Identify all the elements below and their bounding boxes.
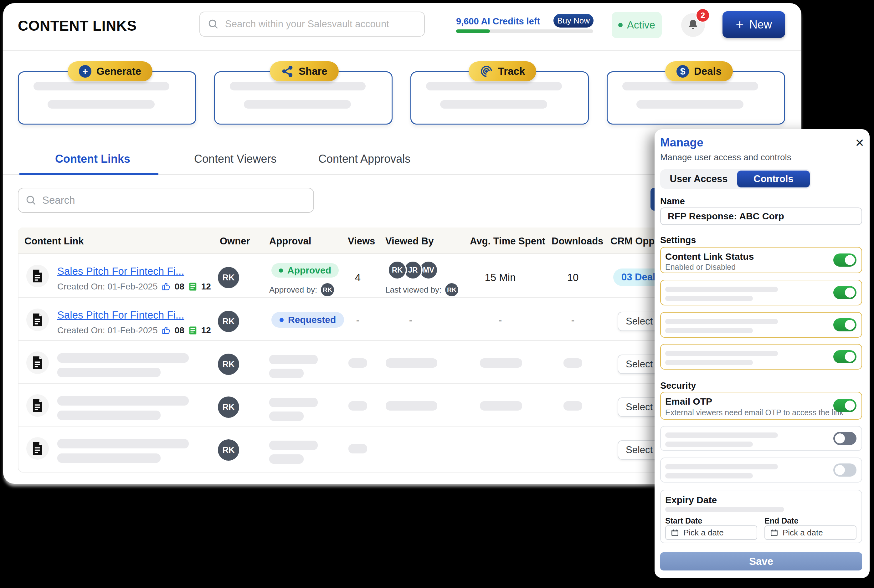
skeleton-bar (665, 351, 778, 356)
new-button[interactable]: + New (722, 11, 785, 38)
plus-icon: + (736, 18, 744, 32)
likes-count: 08 (175, 282, 185, 292)
status-dot-icon (279, 268, 283, 273)
skeleton-bar (269, 454, 303, 464)
approval-status-text: Requested (288, 315, 336, 325)
skeleton-bar (665, 432, 778, 438)
generate-pill-button[interactable]: + Generate (68, 62, 152, 81)
share-label: Share (299, 65, 327, 77)
col-approval: Approval (269, 236, 311, 247)
notification-count-badge: 2 (695, 8, 710, 22)
setting-card (660, 312, 862, 338)
calendar-icon (770, 528, 778, 537)
skeleton-bar (480, 401, 522, 411)
col-owner: Owner (220, 236, 250, 247)
buy-now-button[interactable]: Buy Now (553, 14, 593, 27)
share-pill-button[interactable]: Share (270, 62, 339, 81)
tab-controls[interactable]: Controls (737, 171, 810, 188)
name-input[interactable] (660, 207, 862, 225)
downloads-value: - (563, 315, 582, 326)
setting-toggle[interactable] (833, 350, 856, 363)
created-on: Created On: 01-Feb-2025 (57, 326, 158, 336)
start-date-label: Start Date (665, 516, 702, 525)
approval-status-badge: Approved (272, 263, 339, 278)
manage-panel-subtitle: Manage user access and controls (660, 152, 791, 162)
tab-user-access[interactable]: User Access (660, 169, 737, 189)
expiry-title: Expiry Date (665, 495, 717, 506)
setting-card (660, 280, 862, 305)
active-dot-icon (618, 23, 623, 27)
owner-avatar: RK (218, 311, 239, 332)
approval-status-text: Approved (287, 265, 331, 276)
active-tab-underline (20, 173, 158, 175)
file-icon (26, 437, 49, 460)
skeleton-bar (665, 441, 753, 447)
dollar-circle-icon: $ (676, 65, 689, 78)
skeleton-bar (57, 439, 189, 448)
owner-avatar: RK (218, 267, 239, 288)
tab-content-links[interactable]: Content Links (55, 152, 130, 165)
header-divider (3, 50, 801, 51)
views-value: 4 (348, 272, 367, 284)
content-link-title[interactable]: Sales Pitch For Fintech Fi... (57, 309, 184, 321)
start-date-picker[interactable]: Pick a date (665, 525, 757, 540)
global-search[interactable] (200, 12, 425, 37)
content-link-title[interactable]: Sales Pitch For Fintech Fi... (57, 266, 184, 277)
skeleton-bar (269, 355, 318, 364)
screen: CONTENT LINKS 9,600 AI Credits left Buy … (0, 0, 874, 588)
security-toggle[interactable] (833, 464, 856, 477)
bell-icon (687, 19, 699, 31)
setting-toggle[interactable] (833, 286, 856, 299)
file-icon (26, 309, 49, 331)
skeleton-bar (665, 319, 778, 324)
skeleton-bar (348, 358, 367, 368)
owner-avatar: RK (218, 440, 239, 460)
likes-count: 08 (175, 326, 185, 336)
status-badge: Active (612, 12, 662, 38)
table-search-input[interactable] (42, 194, 306, 207)
setting-card (660, 344, 862, 370)
skeleton-bar (57, 453, 161, 463)
col-content-link: Content Link (24, 236, 84, 247)
global-search-input[interactable] (224, 18, 417, 30)
content-link-meta: Created On: 01-Feb-2025 08 12 (57, 282, 211, 292)
search-icon (207, 18, 219, 30)
calendar-icon (671, 528, 679, 537)
date-placeholder: Pick a date (683, 528, 724, 538)
save-button[interactable]: Save (660, 552, 862, 570)
owner-avatar: RK (218, 396, 239, 418)
security-label: Security (660, 381, 696, 391)
tab-content-approvals[interactable]: Content Approvals (318, 152, 410, 165)
views-value: - (348, 315, 367, 326)
thumbs-up-icon (162, 282, 171, 291)
avg-time-value: - (478, 315, 522, 326)
generate-label: Generate (96, 65, 141, 77)
settings-label: Settings (660, 235, 696, 245)
toggle-email-otp[interactable] (833, 399, 856, 412)
skeleton-bar (665, 296, 753, 301)
setting-desc: Enabled or Disabled (665, 262, 736, 272)
security-toggle[interactable] (833, 432, 856, 445)
col-viewed-by: Viewed By (385, 236, 434, 247)
close-icon[interactable]: ✕ (855, 137, 864, 148)
avg-time-value: 15 Min (478, 272, 522, 284)
track-pill-button[interactable]: Track (469, 62, 536, 81)
skeleton-bar (665, 473, 753, 478)
table-search[interactable] (18, 188, 314, 213)
security-card (660, 458, 862, 483)
skeleton-bar (57, 368, 161, 377)
security-title: Email OTP (665, 396, 712, 407)
tab-content-viewers[interactable]: Content Viewers (194, 152, 276, 165)
setting-toggle[interactable] (833, 318, 856, 332)
toggle-content-link-status[interactable] (833, 254, 856, 267)
skeleton-bar (269, 398, 318, 407)
skeleton-bar (386, 401, 437, 411)
page-title: CONTENT LINKS (18, 17, 137, 34)
track-label: Track (498, 65, 525, 77)
deals-pill-button[interactable]: $ Deals (665, 62, 733, 81)
plus-circle-icon: + (79, 65, 92, 78)
skeleton-bar (386, 358, 437, 368)
end-date-picker[interactable]: Pick a date (764, 525, 856, 540)
skeleton-bar (665, 286, 778, 292)
skeleton-bar (269, 441, 318, 450)
